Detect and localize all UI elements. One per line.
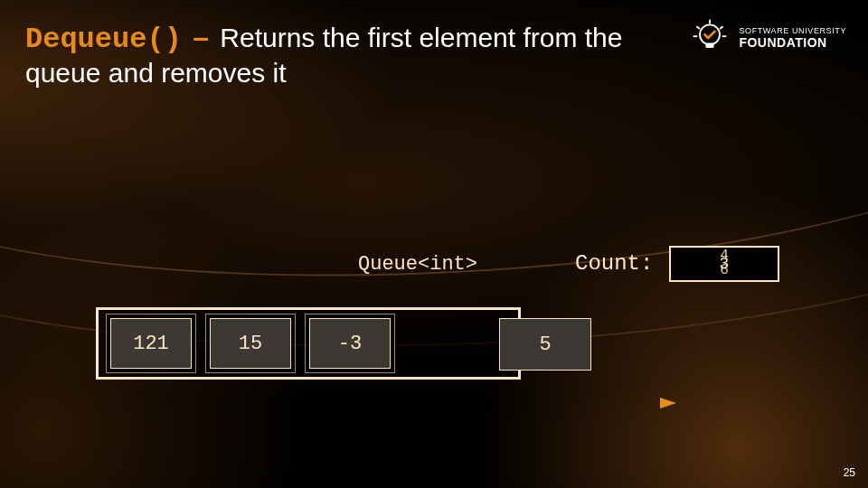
- queue-cell: 121: [110, 318, 192, 369]
- svg-line-2: [697, 26, 701, 29]
- queue-cell: -3: [309, 318, 391, 369]
- title-keyword: Dequeue(): [25, 23, 182, 56]
- brand-line2: FOUNDATION: [739, 35, 846, 50]
- lightbulb-icon: [690, 18, 730, 58]
- svg-line-3: [720, 26, 723, 29]
- count-value-bot: 6: [715, 262, 733, 278]
- queue-container: 121 15 -3: [96, 307, 521, 380]
- svg-marker-7: [660, 398, 676, 408]
- queue-slot: 15: [205, 314, 296, 373]
- brand-line1: SOFTWARE UNIVERSITY: [739, 26, 846, 35]
- slide-title-line2: queue and removes it: [25, 57, 839, 89]
- queue-slot: -3: [305, 314, 395, 373]
- title-dash: –: [189, 21, 212, 53]
- count-value-stack: 4 3 6: [715, 253, 733, 275]
- brand-logo-text: SOFTWARE UNIVERSITY FOUNDATION: [739, 26, 846, 50]
- queue-slot-empty: [404, 314, 495, 373]
- queue-slot: 121: [106, 314, 196, 373]
- direction-arrow-icon: [107, 396, 676, 410]
- dequeued-cell: 5: [499, 318, 591, 371]
- queue-type-label: Queue<int>: [358, 253, 477, 276]
- brand-logo: SOFTWARE UNIVERSITY FOUNDATION: [690, 18, 846, 58]
- count-value-box: 4 3 6: [669, 246, 779, 282]
- queue-cell: 15: [210, 318, 291, 369]
- title-rest-1: Returns the first element from the: [220, 23, 622, 52]
- page-number: 25: [844, 466, 855, 479]
- count-label: Count:: [575, 251, 653, 276]
